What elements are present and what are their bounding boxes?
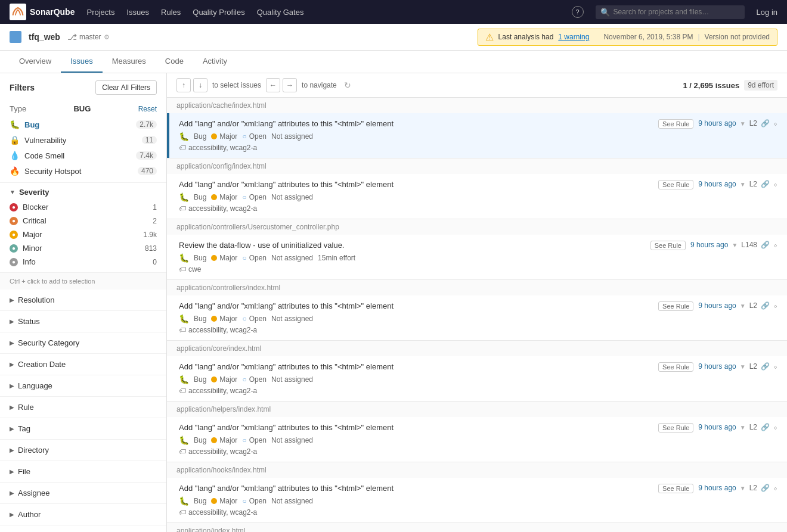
file-filter[interactable]: ▶ File xyxy=(0,461,166,483)
issue-item[interactable]: Add "lang" and/or "xml:lang" attributes … xyxy=(167,113,787,158)
tab-issues[interactable]: Issues xyxy=(61,51,103,73)
issue-tags-row: 🏷accessibility, wcag2-a xyxy=(179,326,777,334)
issue-top-row: Add "lang" and/or "xml:lang" attributes … xyxy=(179,362,777,372)
project-name[interactable]: tfq_web xyxy=(29,32,60,42)
see-rule-button[interactable]: See Rule xyxy=(658,362,693,372)
see-rule-button[interactable]: See Rule xyxy=(658,180,693,189)
see-rule-button[interactable]: See Rule xyxy=(658,423,693,433)
tab-overview[interactable]: Overview xyxy=(10,51,61,73)
issue-severity: Major xyxy=(211,436,237,444)
issue-item[interactable]: Add "lang" and/or "xml:lang" attributes … xyxy=(167,174,787,219)
tags-icon: 🏷 xyxy=(179,265,186,273)
nav-up-button[interactable]: ↑ xyxy=(176,78,191,92)
type-option-hotspot[interactable]: 🔥 Security Hotspot 470 xyxy=(10,164,157,178)
severity-row-critical[interactable]: ● Critical 2 xyxy=(10,215,157,226)
nav-quality-gates[interactable]: Quality Gates xyxy=(257,8,304,17)
rule-filter[interactable]: ▶ Rule xyxy=(0,397,166,418)
issue-type-icon: 🐛 xyxy=(179,435,189,445)
issue-tags: accessibility, wcag2-a xyxy=(188,144,257,152)
assignee-filter[interactable]: ▶ Assignee xyxy=(0,483,166,504)
issue-filter-icon[interactable]: ⬦ xyxy=(773,362,777,371)
issue-tags: cwe xyxy=(188,265,201,273)
branch-settings-icon[interactable]: ⚙ xyxy=(104,33,110,41)
directory-filter[interactable]: ▶ Directory xyxy=(0,440,166,461)
branch-badge[interactable]: ⎇ master ⚙ xyxy=(67,32,110,42)
time-dropdown-icon[interactable]: ▼ xyxy=(740,485,746,491)
issue-filter-icon[interactable]: ⬦ xyxy=(773,119,777,127)
status-filter[interactable]: ▶ Status xyxy=(0,311,166,332)
severity-row-minor[interactable]: ● Minor 813 xyxy=(10,242,157,254)
issues-toolbar: ↑ ↓ to select issues ← → to navigate ↻ 1… xyxy=(167,73,787,98)
time-dropdown-icon[interactable]: ▼ xyxy=(740,181,746,188)
vulnerability-icon: 🔒 xyxy=(10,135,20,145)
permalink-icon[interactable]: 🔗 xyxy=(761,423,770,431)
security-category-filter[interactable]: ▶ Security Category xyxy=(0,332,166,354)
issue-filter-icon[interactable]: ⬦ xyxy=(773,180,777,188)
nav-quality-profiles[interactable]: Quality Profiles xyxy=(193,8,244,17)
issue-item[interactable]: Add "lang" and/or "xml:lang" attributes … xyxy=(167,295,787,340)
permalink-icon[interactable]: 🔗 xyxy=(761,362,770,371)
tag-filter[interactable]: ▶ Tag xyxy=(0,418,166,440)
time-dropdown-icon[interactable]: ▼ xyxy=(740,363,746,370)
issue-item[interactable]: Add "lang" and/or "xml:lang" attributes … xyxy=(167,417,787,462)
permalink-icon[interactable]: 🔗 xyxy=(761,180,770,188)
issue-time[interactable]: 9 hours ago xyxy=(690,241,728,249)
severity-row-info[interactable]: ● Info 0 xyxy=(10,256,157,267)
time-dropdown-icon[interactable]: ▼ xyxy=(740,120,746,127)
type-option-vulnerability[interactable]: 🔒 Vulnerability 11 xyxy=(10,133,157,147)
issue-item[interactable]: Add "lang" and/or "xml:lang" attributes … xyxy=(167,478,787,522)
time-dropdown-icon[interactable]: ▼ xyxy=(740,303,746,309)
author-filter[interactable]: ▶ Author xyxy=(0,504,166,525)
see-rule-button[interactable]: See Rule xyxy=(650,241,686,250)
time-dropdown-icon[interactable]: ▼ xyxy=(740,424,746,431)
nav-projects[interactable]: Projects xyxy=(86,8,114,17)
nav-issues[interactable]: Issues xyxy=(126,8,149,17)
severity-row-major[interactable]: ● Major 1.9k xyxy=(10,229,157,240)
issue-time-row: 9 hours ago▼L148🔗⬦ xyxy=(690,241,777,249)
creation-date-filter[interactable]: ▶ Creation Date xyxy=(0,354,166,375)
issue-filter-icon[interactable]: ⬦ xyxy=(773,241,777,249)
permalink-icon[interactable]: 🔗 xyxy=(761,241,770,249)
permalink-icon[interactable]: 🔗 xyxy=(761,301,770,310)
issue-time[interactable]: 9 hours ago xyxy=(698,362,736,371)
issue-item[interactable]: Add "lang" and/or "xml:lang" attributes … xyxy=(167,356,787,401)
severity-row-blocker[interactable]: ● Blocker 1 xyxy=(10,201,157,213)
see-rule-button[interactable]: See Rule xyxy=(658,301,693,311)
issue-path: application/controllers/Usercustomer_con… xyxy=(167,219,787,235)
see-rule-button[interactable]: See Rule xyxy=(658,484,693,493)
tab-measures[interactable]: Measures xyxy=(103,51,156,73)
language-filter[interactable]: ▶ Language xyxy=(0,375,166,397)
tab-activity[interactable]: Activity xyxy=(193,51,237,73)
nav-rules[interactable]: Rules xyxy=(161,8,181,17)
login-link[interactable]: Log in xyxy=(757,8,777,17)
refresh-icon[interactable]: ↻ xyxy=(344,80,351,90)
type-option-bug[interactable]: 🐛 Bug 2.7k xyxy=(10,118,157,131)
logo[interactable]: SonarQube xyxy=(10,4,75,20)
type-option-codesmell[interactable]: 💧 Code Smell 7.4k xyxy=(10,149,157,162)
severity-filter-header[interactable]: ▼ Severity xyxy=(10,188,157,197)
issue-time[interactable]: 9 hours ago xyxy=(698,423,736,431)
see-rule-button[interactable]: See Rule xyxy=(658,119,693,129)
permalink-icon[interactable]: 🔗 xyxy=(761,484,770,492)
search-input[interactable] xyxy=(614,8,740,16)
help-button[interactable]: ? xyxy=(572,6,584,18)
search-box[interactable]: 🔍 xyxy=(596,5,745,19)
issue-time[interactable]: 9 hours ago xyxy=(698,180,736,188)
nav-right-button[interactable]: → xyxy=(283,78,297,92)
issue-item[interactable]: Review the data-flow - use of uninitiali… xyxy=(167,235,787,279)
permalink-icon[interactable]: 🔗 xyxy=(761,119,770,127)
nav-left-button[interactable]: ← xyxy=(266,78,280,92)
issue-filter-icon[interactable]: ⬦ xyxy=(773,484,777,492)
type-reset-button[interactable]: Reset xyxy=(138,105,157,113)
clear-all-button[interactable]: Clear All Filters xyxy=(95,80,157,95)
issue-time[interactable]: 9 hours ago xyxy=(698,301,736,310)
issue-time[interactable]: 9 hours ago xyxy=(698,484,736,492)
time-dropdown-icon[interactable]: ▼ xyxy=(732,242,738,248)
issue-filter-icon[interactable]: ⬦ xyxy=(773,423,777,431)
issue-filter-icon[interactable]: ⬦ xyxy=(773,301,777,310)
resolution-filter[interactable]: ▶ Resolution xyxy=(0,290,166,311)
warning-link[interactable]: 1 warning xyxy=(558,33,589,41)
issue-time[interactable]: 9 hours ago xyxy=(698,119,736,127)
nav-down-button[interactable]: ↓ xyxy=(193,78,207,92)
tab-code[interactable]: Code xyxy=(156,51,193,73)
